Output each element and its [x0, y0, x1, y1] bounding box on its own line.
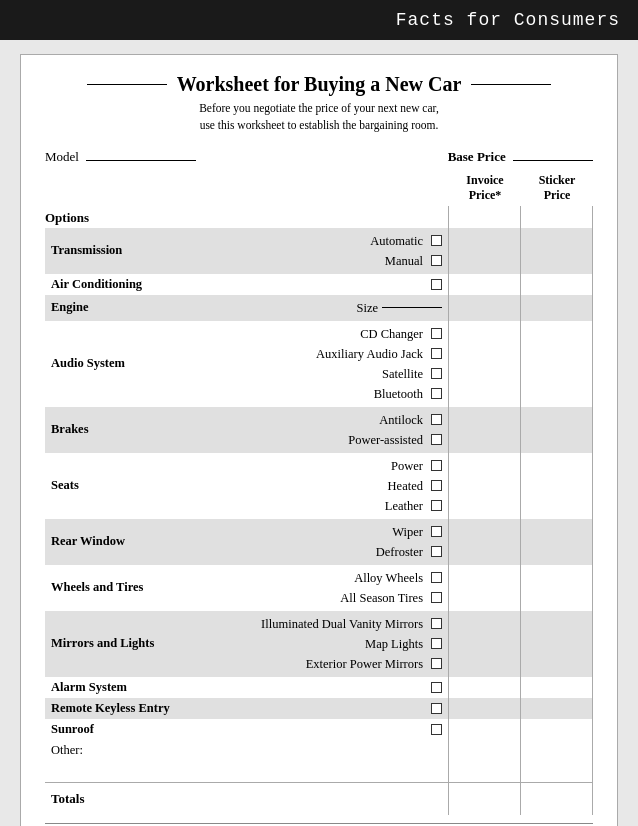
- seats-sticker: [521, 453, 593, 519]
- rear-window-wiper-checkbox[interactable]: [431, 526, 442, 537]
- audio-bluetooth: Bluetooth: [214, 384, 442, 404]
- remote-keyless-checkbox[interactable]: [431, 703, 442, 714]
- seats-power: Power: [214, 456, 442, 476]
- seats-options: Power Heated Leather: [210, 453, 449, 519]
- brakes-antilock-checkbox[interactable]: [431, 414, 442, 425]
- base-price-field: Base Price: [448, 149, 593, 165]
- model-input[interactable]: [86, 160, 196, 161]
- transmission-invoice: [449, 228, 521, 274]
- wheels-all-season: All Season Tires: [214, 588, 442, 608]
- table-row: Seats Power Heated Leather: [45, 453, 593, 519]
- air-conditioning-options: [210, 274, 449, 295]
- seats-power-checkbox[interactable]: [431, 460, 442, 471]
- worksheet-title: Worksheet for Buying a New Car: [45, 73, 593, 96]
- other-label: Other:: [45, 740, 210, 783]
- air-conditioning-checkbox[interactable]: [431, 279, 442, 290]
- mirrors-vanity-checkbox[interactable]: [431, 618, 442, 629]
- transmission-label: Transmission: [45, 228, 210, 274]
- brakes-sticker: [521, 407, 593, 453]
- wheels-all-season-checkbox[interactable]: [431, 592, 442, 603]
- rear-window-defroster: Defroster: [214, 542, 442, 562]
- table-row: Transmission Automatic Manual: [45, 228, 593, 274]
- rear-window-sticker: [521, 519, 593, 565]
- audio-satellite: Satellite: [214, 364, 442, 384]
- alarm-system-options: [210, 677, 449, 698]
- subtitle-line1: Before you negotiate the price of your n…: [199, 102, 439, 114]
- table-row: Audio System CD Changer Auxiliary Audio …: [45, 321, 593, 407]
- options-header-row: Options: [45, 206, 593, 228]
- engine-size-row: Size: [214, 298, 442, 318]
- rear-window-options: Wiper Defroster: [210, 519, 449, 565]
- engine-label: Engine: [45, 295, 210, 321]
- audio-aux-jack: Auxiliary Audio Jack: [214, 344, 442, 364]
- transmission-manual-checkbox[interactable]: [431, 255, 442, 266]
- table-row: Other:: [45, 740, 593, 783]
- audio-satellite-checkbox[interactable]: [431, 368, 442, 379]
- rear-window-invoice: [449, 519, 521, 565]
- seats-leather: Leather: [214, 496, 442, 516]
- engine-size-input[interactable]: [382, 307, 442, 308]
- title-line-right: [471, 84, 551, 85]
- seats-heated: Heated: [214, 476, 442, 496]
- transmission-automatic: Automatic: [214, 231, 442, 251]
- model-price-row: Model Base Price: [45, 149, 593, 165]
- alarm-system-sticker: [521, 677, 593, 698]
- audio-system-options: CD Changer Auxiliary Audio Jack Satellit…: [210, 321, 449, 407]
- options-invoice-col: [449, 206, 521, 228]
- table-row: Engine Size: [45, 295, 593, 321]
- rear-window-wiper: Wiper: [214, 522, 442, 542]
- audio-bluetooth-checkbox[interactable]: [431, 388, 442, 399]
- sunroof-sticker: [521, 719, 593, 740]
- table-row: Remote Keyless Entry: [45, 698, 593, 719]
- sunroof-label: Sunroof: [45, 719, 210, 740]
- sunroof-checkbox-row: [214, 724, 442, 735]
- subtitle: Before you negotiate the price of your n…: [45, 100, 593, 135]
- seats-leather-checkbox[interactable]: [431, 500, 442, 511]
- options-table: Options Transmission Automatic Manual: [45, 206, 593, 815]
- sunroof-checkbox[interactable]: [431, 724, 442, 735]
- wheels-alloy: Alloy Wheels: [214, 568, 442, 588]
- title-line-left: [87, 84, 167, 85]
- seats-heated-checkbox[interactable]: [431, 480, 442, 491]
- title-text: Worksheet for Buying a New Car: [177, 73, 462, 96]
- totals-row: Totals: [45, 782, 593, 815]
- mirrors-lights-invoice: [449, 611, 521, 677]
- sunroof-options: [210, 719, 449, 740]
- engine-sticker: [521, 295, 593, 321]
- transmission-automatic-checkbox[interactable]: [431, 235, 442, 246]
- mirrors-lights-label: Mirrors and Lights: [45, 611, 210, 677]
- brakes-antilock: Antilock: [214, 410, 442, 430]
- remote-keyless-checkbox-row: [214, 703, 442, 714]
- table-row: Brakes Antilock Power-assisted: [45, 407, 593, 453]
- rear-window-defroster-checkbox[interactable]: [431, 546, 442, 557]
- sticker-price-header: Sticker Price: [521, 173, 593, 204]
- seats-label: Seats: [45, 453, 210, 519]
- header-bar: Facts for Consumers: [0, 0, 638, 40]
- totals-invoice: [449, 782, 521, 815]
- totals-options: [210, 782, 449, 815]
- alarm-system-checkbox[interactable]: [431, 682, 442, 693]
- brakes-power-assisted-checkbox[interactable]: [431, 434, 442, 445]
- base-price-input[interactable]: [513, 160, 593, 161]
- wheels-alloy-checkbox[interactable]: [431, 572, 442, 583]
- brakes-options: Antilock Power-assisted: [210, 407, 449, 453]
- table-row: Sunroof: [45, 719, 593, 740]
- invoice-price-header: Invoice Price*: [449, 173, 521, 204]
- totals-label: Totals: [45, 782, 210, 815]
- air-conditioning-label: Air Conditioning: [45, 274, 210, 295]
- alarm-system-label: Alarm System: [45, 677, 210, 698]
- table-row: Rear Window Wiper Defroster: [45, 519, 593, 565]
- engine-options: Size: [210, 295, 449, 321]
- brakes-power-assisted: Power-assisted: [214, 430, 442, 450]
- audio-cd-changer: CD Changer: [214, 324, 442, 344]
- mirrors-exterior-power-checkbox[interactable]: [431, 658, 442, 669]
- table-row: Wheels and Tires Alloy Wheels All Season…: [45, 565, 593, 611]
- audio-cd-changer-checkbox[interactable]: [431, 328, 442, 339]
- air-conditioning-invoice: [449, 274, 521, 295]
- mirrors-map-lights: Map Lights: [214, 634, 442, 654]
- audio-aux-jack-checkbox[interactable]: [431, 348, 442, 359]
- wheels-tires-invoice: [449, 565, 521, 611]
- mirrors-map-lights-checkbox[interactable]: [431, 638, 442, 649]
- transmission-options: Automatic Manual: [210, 228, 449, 274]
- brakes-label: Brakes: [45, 407, 210, 453]
